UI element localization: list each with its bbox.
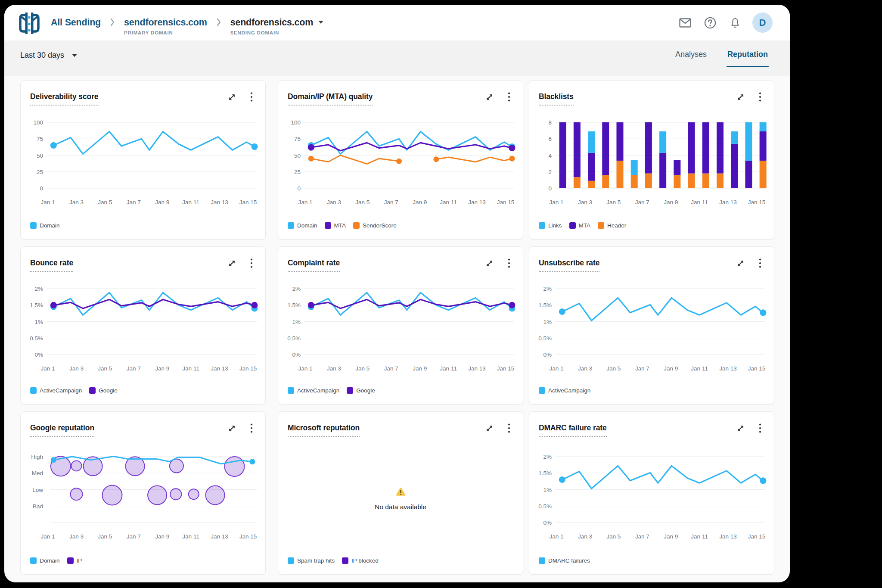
mail-icon[interactable] — [677, 15, 693, 31]
data-point-dot — [51, 457, 56, 463]
breadcrumb-label[interactable]: All Sending — [51, 17, 101, 28]
chart-plot: 0255075100Jan 1Jan 3Jan 5Jan 7Jan 9Jan 1… — [21, 81, 266, 240]
chart-plot: HighMedLowBadJan 1Jan 3Jan 5Jan 7Jan 9Ja… — [21, 412, 266, 575]
bar-segment-links — [745, 122, 752, 161]
help-icon[interactable] — [702, 15, 718, 31]
y-tick-label: 50 — [294, 152, 301, 159]
app-window: All Sending sendforensics.com PRIMARY DO… — [4, 5, 790, 582]
x-tick-label: Jan 13 — [719, 199, 737, 205]
y-tick-label: 2 — [548, 169, 552, 175]
y-tick-label: 2% — [543, 454, 552, 460]
chart-plot: 0%0.5%1%1.5%2%Jan 1Jan 3Jan 5Jan 7Jan 9J… — [21, 247, 266, 405]
sendforensics-logo[interactable] — [17, 11, 41, 35]
bar-segment-mta — [645, 122, 652, 174]
x-tick-label: Jan 15 — [239, 365, 257, 372]
y-tick-label: 8 — [548, 119, 552, 126]
x-tick-label: Jan 15 — [239, 199, 257, 205]
bar-segment-header — [631, 175, 638, 188]
date-range-select[interactable]: Last 30 days — [20, 49, 77, 61]
x-tick-label: Jan 1 — [298, 365, 312, 372]
data-point-dot — [760, 477, 766, 484]
x-tick-label: Jan 13 — [211, 533, 228, 540]
y-tick-label: 1.5% — [538, 470, 552, 476]
top-bar: All Sending sendforensics.com PRIMARY DO… — [4, 5, 790, 40]
date-range-value[interactable]: Last 30 days — [20, 51, 64, 60]
x-tick-label: Jan 5 — [98, 365, 112, 372]
line-series-domain — [53, 131, 255, 154]
y-tick-label: 25 — [294, 169, 301, 175]
legend-label: Spam trap hits — [297, 557, 335, 564]
bar-segment-links — [631, 160, 638, 175]
kebab-menu-icon[interactable] — [505, 424, 513, 432]
bubble-ip — [206, 486, 225, 505]
x-tick-label: Jan 9 — [664, 199, 678, 205]
legend-item[interactable]: IP blocked — [342, 557, 379, 564]
data-point-dot — [308, 156, 314, 162]
x-tick-label: Jan 1 — [549, 365, 563, 372]
y-tick-label: 0 — [40, 185, 43, 192]
notifications-icon[interactable] — [727, 15, 743, 31]
x-tick-label: Jan 9 — [155, 365, 169, 372]
bar-segment-mta — [588, 153, 595, 181]
expand-icon[interactable] — [485, 424, 494, 432]
card-complaint-rate: Complaint rateActiveCampaignGoogle0%0.5%… — [278, 246, 523, 404]
x-tick-label: Jan 7 — [127, 199, 141, 205]
breadcrumb-all-sending[interactable]: All Sending — [51, 17, 101, 28]
y-tick-label: 25 — [37, 169, 43, 175]
y-tick-label: 0.5% — [538, 503, 552, 510]
y-tick-label: 0.5% — [538, 335, 552, 342]
x-tick-label: Jan 9 — [664, 533, 678, 540]
breadcrumb-label[interactable]: sendforensics.com — [124, 17, 207, 28]
x-tick-label: Jan 3 — [69, 533, 84, 540]
x-tick-label: Jan 1 — [40, 533, 55, 540]
y-tick-label: 1% — [34, 319, 43, 325]
y-tick-label: 0% — [543, 520, 552, 526]
x-tick-label: Jan 11 — [691, 199, 708, 205]
filter-bar: Last 30 days Analyses Reputation — [4, 40, 790, 76]
bar-segment-links — [588, 131, 595, 153]
x-tick-label: Jan 3 — [69, 199, 84, 205]
chart-plot: 02468Jan 1Jan 3Jan 5Jan 7Jan 9Jan 11Jan … — [529, 81, 775, 240]
card-microsoft-reputation: Microsoft reputationSpam trap hitsIP blo… — [278, 411, 523, 575]
bar-segment-header — [674, 175, 680, 188]
bar-segment-mta — [616, 122, 623, 161]
x-tick-label: Jan 1 — [40, 199, 55, 205]
warning-icon — [396, 487, 406, 496]
x-tick-label: Jan 5 — [606, 365, 621, 372]
bar-segment-mta — [574, 122, 581, 177]
legend-swatch — [288, 557, 294, 564]
tab-analyses[interactable]: Analyses — [674, 40, 708, 68]
bar-segment-mta — [674, 160, 680, 175]
line-series-google — [311, 299, 512, 308]
breadcrumb-sending-domain[interactable]: sendforensics.com SENDING DOMAIN — [230, 17, 324, 35]
y-tick-label: 1.5% — [538, 302, 552, 308]
line-series-senderscore — [311, 156, 399, 164]
bar-segment-mta — [688, 122, 695, 174]
caret-down-icon[interactable] — [318, 21, 323, 24]
y-tick-label: 75 — [294, 136, 301, 142]
breadcrumb-sublabel: SENDING DOMAIN — [230, 30, 324, 35]
y-tick-label: 50 — [37, 152, 43, 159]
bar-segment-links — [760, 122, 767, 131]
card-bounce-rate: Bounce rateActiveCampaignGoogle0%0.5%1%1… — [20, 246, 266, 404]
breadcrumb-label[interactable]: sendforensics.com — [230, 17, 314, 28]
chart-plot: 0%0.5%1%1.5%2%Jan 1Jan 3Jan 5Jan 7Jan 9J… — [529, 412, 775, 575]
x-tick-label: Jan 15 — [497, 365, 515, 372]
data-point-dot — [509, 156, 515, 162]
legend-item[interactable]: Spam trap hits — [288, 557, 335, 564]
bubble-ip — [224, 457, 244, 476]
chart-plot: 0%0.5%1%1.5%2%Jan 1Jan 3Jan 5Jan 7Jan 9J… — [278, 247, 524, 405]
chart-plot: 0%0.5%1%1.5%2%Jan 1Jan 3Jan 5Jan 7Jan 9J… — [529, 247, 775, 405]
x-tick-label: Jan 7 — [127, 533, 141, 540]
tabs: Analyses Reputation — [674, 40, 769, 76]
x-tick-label: Jan 5 — [606, 533, 621, 540]
x-tick-label: Jan 7 — [384, 365, 398, 372]
y-tick-label: 100 — [291, 119, 301, 126]
data-point-dot — [559, 308, 565, 315]
card-unsubscribe-rate: Unsubscribe rateActiveCampaign0%0.5%1%1.… — [529, 246, 774, 404]
breadcrumb-primary-domain[interactable]: sendforensics.com PRIMARY DOMAIN — [124, 17, 207, 35]
y-tick-label: 0 — [297, 185, 301, 192]
avatar[interactable]: D — [752, 12, 773, 33]
tab-reputation[interactable]: Reputation — [727, 40, 769, 68]
y-tick-label: Bad — [33, 503, 43, 510]
